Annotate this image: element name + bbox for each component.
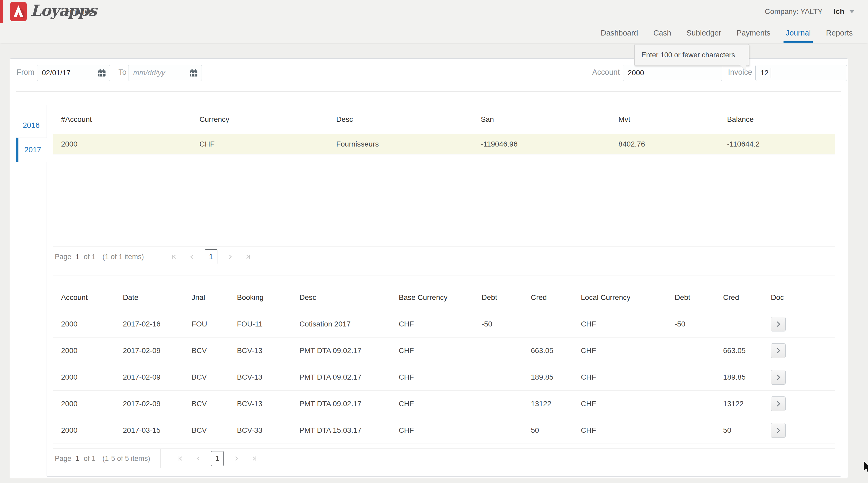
- invoice-input[interactable]: [755, 65, 847, 81]
- summary-header-row: #AccountCurrencyDescSanMvtBalance: [53, 105, 835, 134]
- cell: CHF: [573, 364, 666, 391]
- table-row[interactable]: 20002017-02-09BCVBCV-13PMT DTA 09.02.17C…: [53, 364, 835, 391]
- column-header: Desc: [291, 284, 391, 311]
- cell: 2000: [53, 311, 115, 337]
- account-label: Account: [592, 68, 620, 76]
- doc-button[interactable]: [771, 423, 786, 438]
- previous-page-button[interactable]: [188, 253, 196, 260]
- nav-journal[interactable]: Journal: [786, 23, 811, 43]
- nav-subledger[interactable]: Subledger: [686, 23, 721, 43]
- column-header: Cred: [523, 284, 573, 311]
- previous-page-button[interactable]: [195, 455, 202, 462]
- cell: BCV: [184, 417, 229, 444]
- doc-button[interactable]: [771, 396, 786, 411]
- next-page-button[interactable]: [226, 253, 234, 260]
- column-header: Booking: [229, 284, 291, 311]
- chevron-right-icon: [774, 373, 782, 381]
- doc-button[interactable]: [771, 370, 786, 385]
- cell: CHF: [573, 391, 666, 417]
- doc-cell: [763, 391, 835, 417]
- filter-divider: [16, 91, 841, 92]
- column-header: Local Currency: [573, 284, 666, 311]
- doc-button[interactable]: [771, 343, 786, 358]
- journal-page: { "app": { "logo_text": "Loyapps", "prod…: [0, 0, 868, 483]
- main-nav: Dashboard Cash Subledger Payments Journa…: [0, 23, 868, 43]
- chevron-right-icon: [774, 347, 782, 355]
- nav-dashboard[interactable]: Dashboard: [601, 23, 638, 43]
- cell: 13122: [715, 391, 763, 417]
- table-row[interactable]: 2000CHFFournisseurs-119046.968402.76-110…: [53, 134, 835, 154]
- nav-payments[interactable]: Payments: [736, 23, 770, 43]
- cell: PMT DTA 09.02.17: [291, 391, 391, 417]
- cell: CHF: [391, 364, 474, 391]
- year-tab-2017[interactable]: 2017: [16, 137, 47, 162]
- top-bar: Loyapps Finance Company: YALTY lch: [0, 0, 868, 23]
- table-row[interactable]: 20002017-03-15BCVBCV-33PMT DTA 15.03.17C…: [53, 417, 835, 444]
- cell: CHF: [192, 134, 329, 154]
- column-header: Cred: [715, 284, 763, 311]
- cell: 2000: [53, 337, 115, 364]
- detail-header-row: AccountDateJnalBookingDescBase CurrencyD…: [53, 284, 835, 311]
- cell: CHF: [573, 417, 666, 444]
- brand-accent-strip: [0, 0, 3, 23]
- cell: [523, 311, 573, 337]
- cell: 50: [715, 417, 763, 444]
- cell: [474, 417, 523, 444]
- cell: 2000: [53, 391, 115, 417]
- account-input[interactable]: [623, 65, 722, 81]
- cell: BCV-13: [229, 337, 291, 364]
- cell: BCV: [184, 364, 229, 391]
- last-page-button[interactable]: [251, 455, 258, 462]
- column-header: Desc: [328, 105, 473, 134]
- cell: BCV-33: [229, 417, 291, 444]
- cell: [666, 391, 715, 417]
- cell: 2017-03-15: [115, 417, 184, 444]
- validation-tooltip-text: Enter 100 or fewer characters: [641, 51, 735, 59]
- calendar-icon[interactable]: [189, 68, 198, 77]
- pager-separator: [154, 247, 154, 266]
- column-header: Doc: [763, 284, 835, 311]
- topbar-right: Company: YALTY lch: [765, 0, 854, 23]
- from-label: From: [17, 68, 34, 76]
- nav-reports[interactable]: Reports: [826, 23, 853, 43]
- user-caret-icon[interactable]: [849, 10, 854, 13]
- pager-items-label: (1-5 of 5 items): [102, 455, 150, 463]
- user-menu[interactable]: lch: [834, 7, 844, 16]
- cell: BCV: [184, 391, 229, 417]
- calendar-icon[interactable]: [97, 68, 106, 77]
- table-row[interactable]: 20002017-02-09BCVBCV-13PMT DTA 09.02.17C…: [53, 337, 835, 364]
- year-tab-2016[interactable]: 2016: [16, 113, 46, 137]
- cell: 2017-02-09: [115, 337, 184, 364]
- table-row[interactable]: 20002017-02-09BCVBCV-13PMT DTA 09.02.17C…: [53, 391, 835, 417]
- journal-entries-table: AccountDateJnalBookingDescBase CurrencyD…: [53, 284, 835, 444]
- current-page-button[interactable]: 1: [205, 249, 217, 264]
- cell: BCV: [184, 337, 229, 364]
- column-header: San: [473, 105, 611, 134]
- column-header: Debt: [474, 284, 523, 311]
- cell: CHF: [391, 311, 474, 337]
- first-page-button[interactable]: [177, 455, 184, 462]
- last-page-button[interactable]: [244, 253, 252, 260]
- cell: [474, 364, 523, 391]
- cell: CHF: [391, 337, 474, 364]
- cell: [666, 337, 715, 364]
- table-row[interactable]: 20002017-02-16FOUFOU-11Cotisation 2017CH…: [53, 311, 835, 337]
- invoice-field-wrapper: [755, 65, 847, 81]
- first-page-button[interactable]: [170, 253, 178, 260]
- column-header: Currency: [192, 105, 329, 134]
- detail-pager: Page 1 of 1 (1-5 of 5 items) 1: [53, 448, 835, 469]
- grids-divider: [53, 275, 835, 276]
- cell: -50: [666, 311, 715, 337]
- doc-button[interactable]: [771, 317, 786, 331]
- nav-cash[interactable]: Cash: [653, 23, 671, 43]
- cell: -50: [474, 311, 523, 337]
- to-field-wrapper: [128, 65, 202, 81]
- cell: 8402.76: [611, 134, 719, 154]
- grids-panel: #AccountCurrencyDescSanMvtBalance 2000CH…: [46, 105, 841, 477]
- current-page-button[interactable]: 1: [211, 451, 224, 466]
- pager-page-number: 1: [75, 455, 80, 463]
- doc-cell: [763, 311, 835, 337]
- next-page-button[interactable]: [232, 455, 240, 462]
- cell: 2017-02-09: [115, 391, 184, 417]
- column-header: Mvt: [611, 105, 719, 134]
